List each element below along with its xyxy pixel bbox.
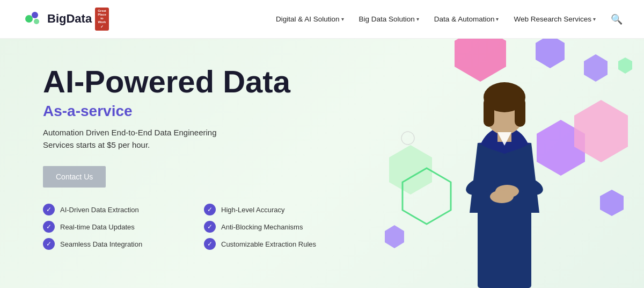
svg-rect-29 [478, 207, 531, 288]
contact-us-button[interactable]: Contact Us [43, 166, 106, 188]
feature-item: ✓ Customizable Extraction Rules [204, 238, 333, 250]
person-figure [424, 62, 585, 288]
nav-web-research[interactable]: Web Research Services ▾ [514, 15, 596, 23]
check-icon: ✓ [43, 238, 55, 250]
check-icon: ✓ [204, 238, 216, 250]
svg-point-2 [34, 19, 39, 24]
nav-data-automation[interactable]: Data & Automation ▾ [434, 15, 499, 23]
feature-item: ✓ Real-time Data Updates [43, 221, 172, 233]
feature-item: ✓ Anti-Blocking Mechanisms [204, 221, 333, 233]
chevron-down-icon: ▾ [496, 16, 499, 22]
certified-badge: Great Place to Work ✓ [95, 8, 109, 31]
hero-content: AI-Powered Data As-a-service Automation … [0, 39, 365, 288]
hero-description: Automation Driven End-to-End Data Engine… [43, 126, 258, 152]
feature-item: ✓ AI-Driven Data Extraction [43, 204, 172, 215]
svg-rect-18 [484, 97, 494, 127]
logo-text: BigData [47, 12, 92, 26]
svg-marker-6 [584, 54, 608, 82]
hero-subtitle: As-a-service [43, 103, 333, 120]
svg-marker-11 [600, 190, 624, 216]
svg-point-28 [490, 190, 514, 203]
nav-links: Digital & AI Solution ▾ Big Data Solutio… [276, 13, 623, 25]
nav-digital-ai[interactable]: Digital & AI Solution ▾ [276, 15, 344, 23]
svg-point-1 [32, 12, 38, 18]
check-icon: ✓ [43, 221, 55, 233]
check-icon: ✓ [43, 204, 55, 215]
features-list: ✓ AI-Driven Data Extraction ✓ High-Level… [43, 204, 333, 250]
hero-title: AI-Powered Data [43, 66, 333, 98]
check-icon: ✓ [204, 221, 216, 233]
nav-big-data[interactable]: Big Data Solution ▾ [359, 15, 419, 23]
feature-item: ✓ Seamless Data Integration [43, 238, 172, 250]
navbar: BigData Great Place to Work ✓ Digital & … [0, 0, 644, 39]
logo-icon [21, 8, 44, 30]
hero-section: AI-Powered Data As-a-service Automation … [0, 39, 644, 288]
chevron-down-icon: ▾ [416, 16, 419, 22]
svg-marker-12 [618, 57, 632, 74]
logo[interactable]: BigData Great Place to Work ✓ [21, 8, 109, 31]
hero-image [365, 39, 644, 288]
svg-point-0 [25, 15, 33, 23]
svg-point-14 [401, 132, 414, 145]
feature-item: ✓ High-Level Accuracy [204, 204, 333, 215]
svg-rect-19 [515, 97, 525, 127]
chevron-down-icon: ▾ [593, 16, 596, 22]
check-icon: ✓ [204, 204, 216, 215]
search-button[interactable]: 🔍 [611, 13, 623, 25]
svg-marker-13 [385, 225, 404, 248]
chevron-down-icon: ▾ [341, 16, 344, 22]
